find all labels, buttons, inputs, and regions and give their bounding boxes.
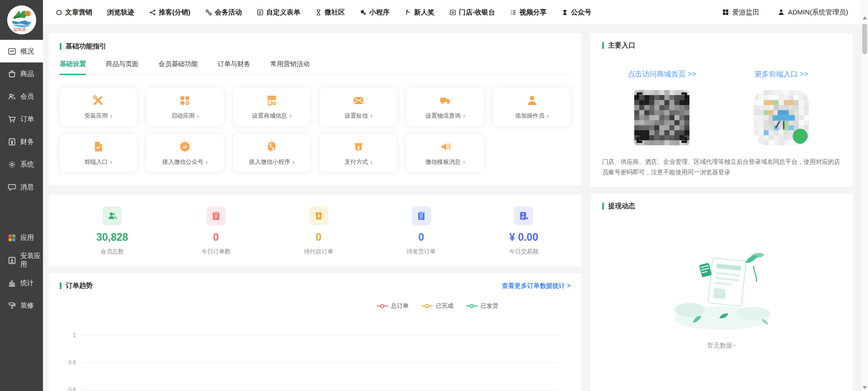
apps-icon [8,234,16,242]
stat-item[interactable]: 30,828 会员总数 [96,206,128,256]
mall-home-link[interactable]: 点击访问商城首页 >> [627,70,696,78]
scroll-up-arrow-icon[interactable] [863,16,867,19]
sidebar-item[interactable]: 会员 [0,85,43,108]
stat-label: 今日订单数 [201,248,231,256]
gridline [81,390,558,390]
y-axis-tick-label: 0.6 [60,386,76,391]
topnav-item[interactable]: 浏览轨迹 [107,8,134,17]
chart-legend: 总订单 已完成 已发货 [60,302,571,310]
stat-value: 0 [418,231,424,243]
goods-icon [8,70,16,78]
sidebar-item-label: 统计 [20,279,34,287]
topnav-item[interactable]: 微社区 [315,8,345,17]
guide-panel: 基础功能指引 基础设置 商品与页面 会员基础功能 [49,33,581,186]
topnav-item[interactable]: 文章营销 [56,8,92,17]
sidebar: 盐田游 概况 商品 会员 [0,0,43,391]
sidebar-item[interactable]: 概况 [0,40,43,62]
guide-tab-label: 常用营销活动 [270,60,310,67]
guide-tab[interactable]: 订单与财务 [218,60,251,75]
logo[interactable]: 盐田游 [0,0,43,40]
topnav-item[interactable]: 视频分享 [510,8,547,17]
topnav-item[interactable]: 会务活动 [205,8,242,17]
chevron-right-icon: › [370,112,373,119]
scroll-down-arrow-icon[interactable] [863,386,867,389]
topnav-item-label: 门店-收银台 [459,8,495,17]
topnav-item[interactable]: 推客(分销) [149,8,190,17]
guide-card[interactable]: 设置短信 › [320,88,397,126]
topnav-item[interactable]: 新人奖 [405,8,434,17]
topnav-item[interactable]: 小程序 [360,8,390,17]
guide-tab[interactable]: 常用营销活动 [270,60,310,75]
withdraw-title: 提现动态 [608,202,635,210]
guide-card[interactable]: 支付方式 › [320,134,397,172]
hourglass-icon [315,9,322,16]
sidebar-item[interactable]: 装修 [0,294,43,317]
install-icon [8,256,16,265]
guide-card[interactable]: 接入微信公众号 › [146,134,224,172]
stat-value: 30,828 [96,231,128,243]
chevron-right-icon: › [206,158,208,166]
more-frontend-link[interactable]: 更多前端入口 >> [754,70,808,78]
sidebar-item[interactable]: 消息 [0,176,43,198]
topnav-item-label: 小程序 [369,8,390,17]
chart-gridline-row: 0.6 [60,376,571,391]
sidebar-item[interactable]: 订单 [0,108,43,130]
stat-item[interactable]: ¥ ¥ 0.00 今日交易额 [509,206,538,256]
admin-menu[interactable]: ADMIN(系统管理员) [778,8,848,17]
guide-tab[interactable]: 基础设置 [60,60,86,75]
guide-card-label: 添加操作员 › [515,112,549,120]
guide-card[interactable]: 安装应用 › [60,88,137,126]
guide-tab-label: 商品与页面 [106,60,139,67]
guide-card[interactable]: 启动应用 › [146,88,224,126]
stats-panel: 30,828 会员总数 0 今日订单数 ¥ 0 待付款订单 [49,195,581,267]
topnav-item-label: 文章营销 [65,8,92,17]
scrollbar-thumb[interactable] [862,24,867,54]
merchant-menu[interactable]: 爱游盐田 [722,8,760,17]
legend-line-marker-icon [466,304,478,308]
stat-item[interactable]: 0 待发货订单 [406,206,436,256]
guide-card[interactable]: 设置物流查询 › [406,88,484,126]
official-icon [179,140,191,153]
sidebar-item[interactable]: 系统 [0,153,43,176]
guide-card[interactable]: 添加操作员 › [493,88,571,126]
guide-card[interactable]: 微信模板消息 › [406,134,484,172]
topnav-item[interactable]: 门店-收银台 [449,8,495,17]
legend-item[interactable]: 已完成 [421,302,453,310]
guide-tab[interactable]: 会员基础功能 [159,60,198,75]
topnav-item[interactable]: 自定义表单 [257,8,300,17]
sidebar-item[interactable]: 财务 [0,130,43,153]
guide-card[interactable]: 前端入口 › [60,134,137,172]
stat-members-icon [103,206,122,225]
guide-card-label: 接入微信公众号 › [162,158,208,166]
mall-qr-code-image [634,90,689,145]
guide-card-label: 设置物流查询 › [425,112,465,120]
user-icon [778,9,785,16]
guide-tab[interactable]: 商品与页面 [106,60,139,75]
topnav-item[interactable]: 公众号 [561,8,591,17]
more-order-stats-link[interactable]: 查看更多订单数据统计 > [502,282,571,290]
guide-tab-label: 订单与财务 [218,60,251,67]
stat-item[interactable]: ¥ 0 待付款订单 [304,206,333,256]
sidebar-item[interactable]: 安装应用 [0,249,43,272]
page-scrollbar[interactable] [861,0,868,391]
guide-card[interactable]: 设置商城信息 › [233,88,311,126]
sidebar-item[interactable]: 应用 [0,226,43,249]
empty-state-illustration [665,242,778,337]
sidebar-item-label: 财务 [20,138,34,146]
y-axis-tick-label: 0.8 [60,359,76,366]
stat-item[interactable]: 0 今日订单数 [201,206,231,256]
guide-card-label: 启动应用 › [171,112,199,120]
guide-tabs: 基础设置 商品与页面 会员基础功能 订单与财务 [60,60,571,75]
stat-label: 今日交易额 [509,248,538,256]
legend-item[interactable]: 已发货 [466,302,498,310]
legend-item[interactable]: 总订单 [377,302,409,310]
sidebar-item[interactable]: 统计 [0,272,43,294]
guide-cards: 安装应用 › 启动应用 › [60,88,571,172]
guide-card[interactable]: 接入微信小程序 › [233,134,311,172]
sidebar-item[interactable]: 商品 [0,62,43,85]
overview-icon [8,47,16,56]
legend-line-marker-icon [421,304,433,308]
sidebar-item-label: 订单 [20,115,34,124]
orders-icon [8,115,16,124]
stat-label: 待付款订单 [304,248,333,256]
